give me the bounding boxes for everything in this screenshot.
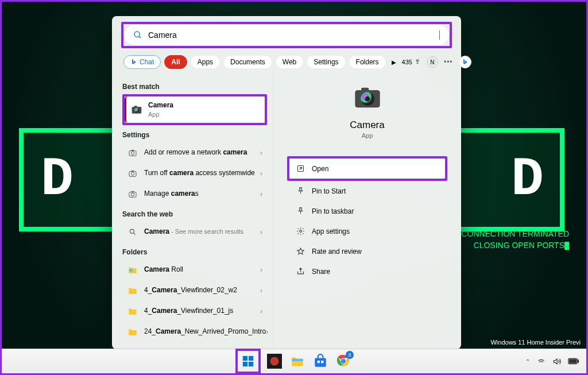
chevron-right-icon: › [260, 287, 262, 295]
chevron-right-icon: › [260, 190, 262, 198]
rewards-points[interactable]: 435 [402, 59, 421, 65]
folder-icon [127, 326, 138, 338]
setting-manage-cameras[interactable]: Manage cameras › [122, 184, 267, 204]
svg-line-12 [133, 233, 135, 234]
folder-icon [127, 264, 138, 276]
tab-chat[interactable]: Chat [123, 55, 161, 69]
action-rate-review[interactable]: Rate and review [289, 241, 445, 261]
tab-apps[interactable]: Apps [191, 55, 220, 69]
battery-icon[interactable] [568, 357, 579, 365]
volume-icon[interactable] [552, 357, 561, 366]
chevron-right-icon: › [266, 328, 268, 336]
folder-camera-roll[interactable]: Camera Roll › [122, 260, 267, 280]
web-search-camera[interactable]: Camera - See more search results › [122, 222, 267, 242]
taskbar-app-1[interactable] [265, 352, 284, 370]
action-pin-start[interactable]: Pin to Start [289, 181, 445, 201]
chevron-right-icon: › [260, 307, 262, 315]
svg-rect-28 [318, 361, 320, 363]
app-subtitle: App [289, 132, 445, 139]
tab-settings[interactable]: Settings [307, 55, 345, 69]
tray-chevron-up-icon[interactable]: ⌃ [525, 358, 530, 365]
action-open[interactable]: Open [289, 158, 445, 179]
text-cursor [439, 30, 440, 40]
chevron-right-icon: › [260, 149, 262, 157]
tab-documents[interactable]: Documents [223, 55, 272, 69]
chevron-right-icon: › [260, 266, 262, 274]
action-app-settings[interactable]: App settings [289, 221, 445, 241]
svg-rect-21 [249, 356, 253, 361]
settings-label: Settings [122, 131, 267, 139]
svg-point-0 [134, 32, 140, 37]
best-match-highlight: CameraApp [122, 94, 267, 125]
folder-icon [127, 306, 138, 317]
pin-icon [296, 187, 305, 195]
svg-rect-26 [292, 359, 303, 361]
taskbar-explorer[interactable] [288, 352, 307, 370]
folder-viewfinder-02[interactable]: 4_Camera_Viewfinder_02_w2 › [122, 280, 267, 301]
search-input[interactable] [148, 30, 439, 40]
svg-point-19 [300, 230, 302, 233]
taskbar-store[interactable] [311, 352, 330, 370]
svg-point-4 [134, 108, 139, 113]
share-icon [296, 267, 305, 276]
wallpaper-text: D [41, 149, 78, 211]
search-box[interactable] [123, 24, 450, 46]
wifi-icon[interactable] [537, 357, 546, 366]
folder-viewfinder-01[interactable]: 4_Camera_Viewfinder_01_js › [122, 301, 267, 322]
tab-folders[interactable]: Folders [349, 55, 386, 69]
folder-new-arrived-promo[interactable]: 24_Camera_New_Arrived_Promo_Intro › [122, 322, 267, 342]
start-search-panel: Chat All Apps Documents Web Settings Fol… [112, 16, 461, 349]
tab-web[interactable]: Web [276, 55, 303, 69]
app-title: Camera [289, 119, 445, 131]
more-tabs-icon[interactable]: ▶ [389, 59, 399, 65]
svg-rect-22 [243, 362, 247, 366]
svg-rect-34 [578, 360, 579, 363]
user-avatar[interactable]: N [427, 56, 438, 68]
svg-rect-33 [569, 359, 576, 363]
more-icon[interactable]: ••• [444, 58, 453, 66]
action-pin-taskbar[interactable]: Pin to taskbar [289, 201, 445, 221]
best-match-label: Best match [122, 83, 267, 91]
windows-icon [242, 355, 254, 368]
svg-line-1 [139, 36, 141, 38]
open-highlight: Open [287, 156, 447, 181]
open-icon [296, 164, 305, 173]
chevron-right-icon: › [260, 169, 262, 177]
pin-icon [296, 207, 305, 215]
badge-icon: 8 [346, 351, 354, 359]
setting-turn-off-camera[interactable]: Turn off camera access systemwide › [122, 163, 267, 184]
camera-outline-icon [127, 188, 138, 200]
search-icon [127, 226, 138, 238]
setting-add-network-camera[interactable]: Add or remove a network camera › [122, 142, 267, 163]
taskbar-chrome[interactable]: 8 [334, 352, 353, 370]
results-list: Best match CameraApp Settings Add or rem… [112, 71, 273, 349]
svg-rect-29 [321, 361, 323, 363]
search-web-label: Search the web [122, 210, 267, 218]
bing-button[interactable] [459, 56, 471, 68]
camera-outline-icon [127, 168, 138, 179]
svg-rect-3 [134, 106, 137, 107]
chevron-right-icon: › [260, 228, 262, 236]
svg-point-6 [131, 152, 134, 154]
svg-point-10 [131, 193, 134, 196]
trophy-icon [414, 59, 421, 65]
start-button[interactable] [239, 352, 257, 370]
svg-point-25 [270, 357, 278, 365]
folder-icon [127, 285, 138, 296]
camera-icon [131, 104, 142, 115]
svg-rect-13 [129, 269, 133, 272]
folders-label: Folders [122, 248, 267, 256]
camera-outline-icon [127, 147, 138, 158]
gear-icon [296, 227, 305, 235]
camera-app-icon [353, 83, 382, 113]
preview-pane: Camera App Open Pin to Start Pin to task… [273, 71, 461, 349]
result-camera-app[interactable]: CameraApp [125, 96, 265, 123]
svg-rect-15 [361, 88, 369, 92]
bing-icon [130, 59, 137, 65]
svg-rect-23 [249, 362, 253, 366]
star-icon [296, 247, 305, 256]
svg-point-17 [365, 96, 370, 102]
tab-all[interactable]: All [164, 55, 187, 69]
svg-point-31 [341, 359, 346, 364]
action-share[interactable]: Share [289, 261, 445, 281]
